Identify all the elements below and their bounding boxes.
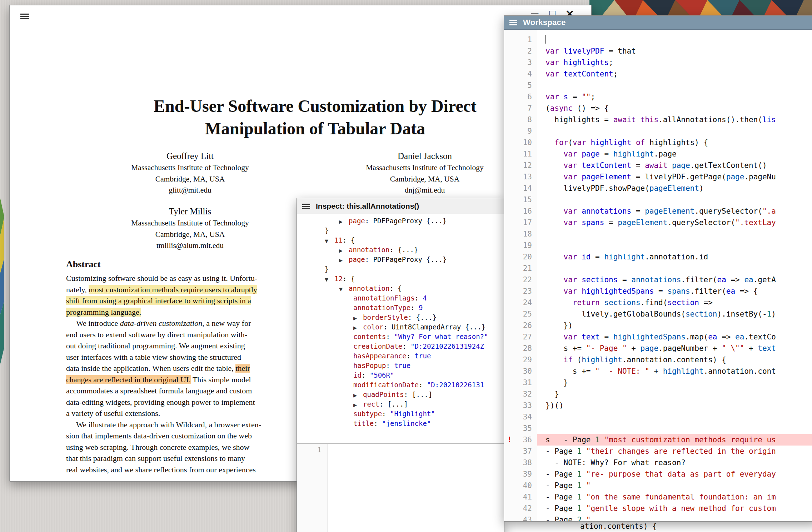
code-line[interactable]: 30 s += " - NOTE: " + highlight.annotati… [504, 366, 812, 377]
collapse-arrow-icon[interactable]: ▼ [339, 284, 349, 294]
code-line-text[interactable] [537, 194, 812, 205]
code-line-text[interactable]: for(var highlight of highlights) { [537, 137, 812, 148]
inspector-row[interactable]: } [297, 226, 504, 235]
expand-arrow-icon[interactable]: ▶ [353, 400, 363, 410]
inspector-row[interactable]: ▶annotation: {...} [297, 245, 504, 255]
collapse-arrow-icon[interactable]: ▼ [325, 275, 334, 284]
inspector-row[interactable]: hasAppearance: true [297, 351, 504, 361]
expand-arrow-icon[interactable]: ▶ [353, 323, 363, 333]
code-line-text[interactable]: - Page 1 "gentle slope with a new method… [537, 503, 812, 514]
inspector-row[interactable]: ▼annotation: { [297, 284, 504, 293]
code-line[interactable]: 38 - NOTE: Why? For what reason? [504, 457, 812, 468]
code-line[interactable]: 23 var highlightedSpans = spans.filter(e… [504, 285, 812, 297]
code-line[interactable]: 43- Page 2 " [504, 514, 812, 521]
expand-arrow-icon[interactable]: ▶ [339, 246, 349, 255]
code-line[interactable]: 40- Page 1 " [504, 480, 812, 491]
code-line-text[interactable] [537, 228, 812, 240]
code-line-text[interactable]: s += "- Page " + page.pageNumber + " \""… [537, 343, 812, 354]
code-line[interactable]: 31 } [504, 377, 812, 388]
code-line-text[interactable] [537, 125, 812, 137]
code-line-text[interactable]: var page = highlight.page [537, 148, 812, 160]
inspector-row[interactable]: annotationFlags: 4 [297, 293, 504, 303]
code-line[interactable]: 26 }) [504, 320, 812, 331]
inspector-editor-pane[interactable]: 1 [297, 443, 504, 532]
hamburger-menu-icon[interactable] [509, 20, 517, 25]
code-line[interactable]: 10 for(var highlight of highlights) { [504, 137, 812, 148]
inspector-titlebar[interactable]: Inspect: this.allAnnotations() [297, 198, 504, 214]
inspector-row[interactable]: hasPopup: true [297, 361, 504, 371]
inspector-row[interactable]: ▶page: PDFPageProxy {...} [297, 216, 504, 226]
code-line[interactable]: 12 var textContent = await page.getTextC… [504, 160, 812, 171]
code-line[interactable]: 7(async () => { [504, 103, 812, 114]
code-line-text[interactable]: var spans = pageElement.querySelector(".… [537, 217, 812, 228]
code-line-text[interactable]: var s = ""; [537, 91, 812, 103]
code-line[interactable]: 6var s = ""; [504, 91, 812, 103]
code-line[interactable]: 41- Page 1 "on the same fundamental foun… [504, 491, 812, 503]
code-line-text[interactable]: - Page 1 "their changes are reflected in… [537, 446, 812, 457]
inspector-row[interactable]: contents: "Why? For what reason?" [297, 332, 504, 342]
code-line-text[interactable] [537, 34, 812, 45]
hamburger-menu-icon[interactable] [302, 203, 310, 209]
code-line[interactable]: 16 var annotations = pageElement.querySe… [504, 205, 812, 217]
code-line-text[interactable]: lively.getGlobalBounds(section).insetBy(… [537, 308, 812, 320]
code-line-text[interactable] [537, 240, 812, 251]
code-line[interactable]: 22 var sections = annotations.filter(ea … [504, 274, 812, 285]
code-line-text[interactable]: var textContent; [537, 68, 812, 80]
inspector-row[interactable]: subtype: "Highlight" [297, 409, 504, 419]
code-line[interactable]: 8 highlights = await this.allAnnotations… [504, 114, 812, 125]
code-line[interactable]: 17 var spans = pageElement.querySelector… [504, 217, 812, 228]
code-line-text[interactable] [537, 80, 812, 91]
code-line[interactable]: 13 var pageElement = livelyPDF.getPage(p… [504, 171, 812, 183]
expand-arrow-icon[interactable]: ▶ [353, 313, 363, 323]
collapse-arrow-icon[interactable]: ▼ [325, 236, 334, 246]
code-line-text[interactable]: - Page 1 "re- purpose that data as part … [537, 468, 812, 480]
code-line[interactable]: 18 [504, 228, 812, 240]
code-line-text[interactable]: return sections.find(section => [537, 297, 812, 308]
code-line[interactable]: 29 if (highlight.annotation.contents) { [504, 354, 812, 366]
code-line[interactable]: 37- Page 1 "their changes are reflected … [504, 446, 812, 457]
code-line-text[interactable]: }) [537, 320, 812, 331]
pdf-highlight-annotation[interactable]: their [235, 364, 250, 373]
inspector-row[interactable]: ▶page: PDFPageProxy {...} [297, 255, 504, 264]
code-line[interactable]: 11 var page = highlight.page [504, 148, 812, 160]
code-line-text[interactable]: var pageElement = livelyPDF.getPage(page… [537, 171, 812, 183]
inspector-row[interactable]: id: "506R" [297, 371, 504, 380]
code-line[interactable]: 1 [504, 34, 812, 45]
code-line-text[interactable]: - Page 1 "on the same fundamental founda… [537, 491, 812, 503]
inspector-row[interactable]: title: "jenslincke" [297, 419, 504, 428]
code-line-text[interactable]: var highlightedSpans = spans.filter(ea =… [537, 285, 812, 297]
code-line-text[interactable] [537, 411, 812, 423]
code-line-text[interactable] [537, 263, 812, 274]
code-line-text[interactable]: s += " - NOTE: " + highlight.annotation.… [537, 366, 812, 377]
code-line-text[interactable]: - Page 1 " [537, 480, 812, 491]
code-line-text[interactable]: var highlights; [537, 57, 812, 68]
code-line-text[interactable]: } [537, 377, 812, 388]
code-line-text[interactable]: var id = highlight.annotation.id [537, 251, 812, 263]
code-line-text[interactable]: var text = highlightedSpans.map(ea => ea… [537, 331, 812, 343]
pdf-highlight-annotation[interactable]: shift from using a graphical interface t… [66, 296, 251, 305]
code-line-text[interactable]: (async () => { [537, 103, 812, 114]
inspector-row[interactable]: ▶color: Uint8ClampedArray {...} [297, 322, 504, 332]
pdf-highlight-annotation[interactable]: changes are reflected in the original UI… [66, 375, 191, 384]
code-line-text[interactable]: })() [537, 400, 812, 411]
inspector-row[interactable]: ▶borderStyle: {...} [297, 313, 504, 322]
code-editor[interactable]: 12var livelyPDF = that3var highlights;4v… [504, 30, 812, 521]
inspector-row[interactable]: ▶rect: [...] [297, 399, 504, 409]
inspector-row[interactable]: ▶quadPoints: [...] [297, 390, 504, 399]
code-line-text[interactable]: highlights = await this.allAnnotations()… [537, 114, 812, 125]
code-line-text[interactable]: - Page 2 " [537, 514, 812, 521]
code-line[interactable]: 33})() [504, 400, 812, 411]
code-line[interactable]: 9 [504, 125, 812, 137]
code-line[interactable]: 2var livelyPDF = that [504, 45, 812, 57]
code-line[interactable]: 3var highlights; [504, 57, 812, 68]
expand-arrow-icon[interactable]: ▶ [339, 255, 349, 265]
inspector-row[interactable]: modificationDate: "D:20210226131 [297, 380, 504, 390]
code-line[interactable]: 35 [504, 423, 812, 434]
code-line[interactable]: 20 var id = highlight.annotation.id [504, 251, 812, 263]
expand-arrow-icon[interactable]: ▶ [339, 217, 349, 227]
code-line[interactable]: 34 [504, 411, 812, 423]
code-line[interactable]: !36s - Page 1 "most customization method… [504, 434, 812, 446]
inspector-row[interactable]: ▼12: { [297, 274, 504, 284]
pdf-highlight-annotation[interactable]: programming language. [66, 308, 141, 317]
code-line-text[interactable]: var sections = annotations.filter(ea => … [537, 274, 812, 285]
